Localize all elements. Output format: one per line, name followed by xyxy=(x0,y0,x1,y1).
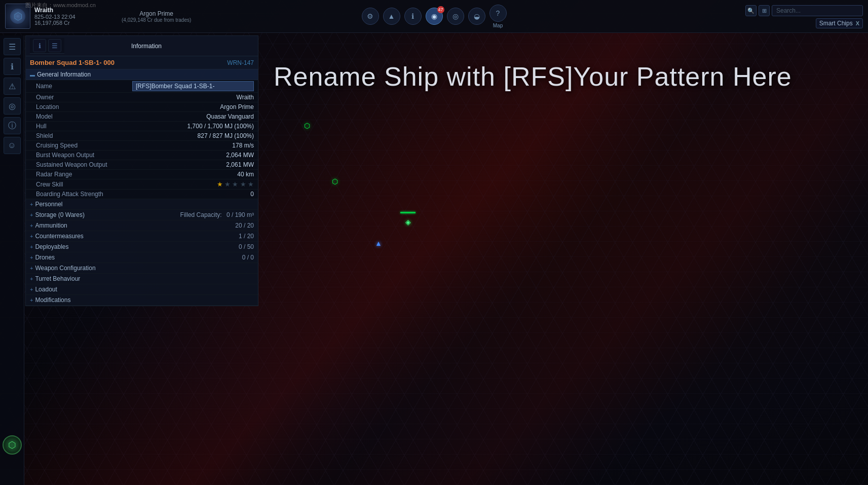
ammunition-row[interactable]: + Ammunition 20 / 20 xyxy=(26,220,258,231)
capacity-value: 0 / 190 m³ xyxy=(227,211,254,218)
search-icon-left[interactable]: 🔍 xyxy=(745,5,757,16)
countermeasures-row[interactable]: + Countermeasures 1 / 20 xyxy=(26,231,258,242)
personnel-toggle: + xyxy=(30,201,33,207)
search-row: 🔍 ⊞ xyxy=(745,5,863,16)
smart-chips-tag: Smart Chips X xyxy=(816,18,863,28)
panel-tabs: ℹ ☰ xyxy=(30,38,64,54)
model-row: Model Quasar Vanguard xyxy=(26,112,258,122)
entity-name: Bomber Squad 1-SB-1- 000 xyxy=(30,59,115,66)
boarding-value: 0 xyxy=(250,191,254,198)
personnel-row[interactable]: + Personnel xyxy=(26,199,258,210)
storage-label: + Storage (0 Wares) xyxy=(30,211,85,218)
sidebar-target-btn[interactable]: ◎ xyxy=(4,97,21,115)
drones-toggle: + xyxy=(30,254,33,260)
storage-capacity: Filled Capacity: 0 / 190 m³ xyxy=(180,211,254,218)
weapon-config-label: + Weapon Configuration xyxy=(30,265,96,272)
shield-label: Shield xyxy=(36,132,53,139)
turret-label: + Turret Behaviour xyxy=(30,275,80,282)
hull-value: 1,700 / 1,700 MJ (100%) xyxy=(187,123,254,130)
info-panel: ℹ ☰ Information Bomber Squad 1-SB-1- 000… xyxy=(25,35,258,306)
location-name: Argon Prime xyxy=(139,10,173,17)
crew-stars: ★ ★ ★ ★ ★ xyxy=(217,180,254,188)
smart-chips-close[interactable]: X xyxy=(856,20,859,26)
burst-label: Burst Weapon Output xyxy=(36,152,94,159)
name-input[interactable] xyxy=(132,81,254,91)
drones-value: 0 / 0 xyxy=(242,254,254,261)
speed-row: Cruising Speed 178 m/s xyxy=(26,141,258,151)
location-info: Argon Prime (4,029,148 Cr due from trade… xyxy=(122,10,191,23)
sidebar-person-btn[interactable]: ☺ xyxy=(4,137,21,154)
location-label: Location xyxy=(36,103,59,110)
map-nav-btn[interactable]: ▲ xyxy=(383,8,400,25)
panel-tab-info[interactable]: ℹ xyxy=(33,39,46,52)
radar-value: 40 km xyxy=(237,171,254,178)
deployables-label: + Deployables xyxy=(30,243,68,250)
boarding-label: Boarding Attack Strength xyxy=(36,191,103,198)
deploy-toggle: + xyxy=(30,244,33,250)
location-value: Argon Prime xyxy=(220,103,254,110)
ammunition-label: + Ammunition xyxy=(30,222,67,229)
crew-row: Crew Skill ★ ★ ★ ★ ★ xyxy=(26,179,258,190)
player-name: Wraith xyxy=(34,7,76,14)
weapon-config-row[interactable]: + Weapon Configuration xyxy=(26,263,258,274)
sustained-value: 2,061 MW xyxy=(226,161,254,168)
sidebar-info-btn[interactable]: ℹ xyxy=(4,58,21,75)
turret-row[interactable]: + Turret Behaviour xyxy=(26,274,258,284)
panel-title: Information xyxy=(131,43,162,50)
counter-toggle: + xyxy=(30,233,33,239)
search-area: 🔍 ⊞ Smart Chips X xyxy=(745,5,863,28)
sidebar-menu-btn[interactable]: ☰ xyxy=(4,38,21,55)
sidebar-alert-btn[interactable]: ⚠ xyxy=(4,78,21,95)
smart-chips-label: Smart Chips xyxy=(819,20,853,27)
left-sidebar: ☰ ℹ ⚠ ◎ ⓘ ☺ xyxy=(0,35,24,485)
panel-tab-list[interactable]: ☰ xyxy=(48,39,61,52)
drones-label: + Drones xyxy=(30,254,55,261)
star-3: ★ xyxy=(232,180,238,188)
info-btn[interactable]: ℹ xyxy=(404,8,422,25)
name-row: Name xyxy=(26,80,258,93)
sustained-row: Sustained Weapon Output 2,061 MW xyxy=(26,160,258,170)
panel-header: ℹ ☰ Information xyxy=(26,36,258,56)
section-label-general: General Information xyxy=(37,71,91,78)
ship-icon-2 xyxy=(332,177,341,186)
map-label: Map xyxy=(493,23,503,28)
modifications-row[interactable]: + Modifications xyxy=(26,295,258,306)
storage-toggle: + xyxy=(30,212,33,218)
countermeasures-label: + Countermeasures xyxy=(30,233,84,240)
sidebar-info2-btn[interactable]: ⓘ xyxy=(4,117,21,134)
player-info: ⬡ Wraith 825-02-13 22:04 16,197,058 Cr xyxy=(0,1,111,31)
entity-id: WRN-147 xyxy=(227,59,254,66)
missions-btn[interactable]: ◒ xyxy=(468,8,485,25)
loadout-toggle: + xyxy=(30,286,33,292)
entity-header: Bomber Squad 1-SB-1- 000 WRN-147 xyxy=(26,56,258,69)
player-date: 825-02-13 22:04 xyxy=(34,14,76,20)
settings-icon-btn[interactable]: ⚙ xyxy=(362,8,379,25)
help-btn[interactable]: ? xyxy=(489,5,507,22)
deployables-row[interactable]: + Deployables 0 / 50 xyxy=(26,242,258,252)
capacity-label: Filled Capacity: xyxy=(180,211,222,218)
search-icon-right[interactable]: ⊞ xyxy=(759,5,770,16)
burst-row: Burst Weapon Output 2,064 MW xyxy=(26,151,258,160)
speed-label: Cruising Speed xyxy=(36,142,78,149)
boarding-row: Boarding Attack Strength 0 xyxy=(26,190,258,199)
player-char-icon: ⬡ xyxy=(3,435,22,455)
objectives-btn[interactable]: ◎ xyxy=(447,8,464,25)
hull-label: Hull xyxy=(36,123,47,130)
turret-toggle: + xyxy=(30,276,33,282)
section-general[interactable]: ▬ General Information xyxy=(26,69,258,80)
search-input[interactable] xyxy=(772,5,863,16)
drones-row[interactable]: + Drones 0 / 0 xyxy=(26,252,258,263)
star-4: ★ xyxy=(240,180,246,188)
speed-value: 178 m/s xyxy=(232,142,254,149)
hull-row: Hull 1,700 / 1,700 MJ (100%) xyxy=(26,122,258,131)
blue-ship-icon: ▲ xyxy=(375,239,382,247)
model-label: Model xyxy=(36,113,53,120)
loadout-row[interactable]: + Loadout xyxy=(26,284,258,295)
crew-label: Crew Skill xyxy=(36,181,63,188)
player-char[interactable]: ⬡ xyxy=(3,435,22,455)
star-5: ★ xyxy=(248,180,254,188)
notification-btn[interactable]: ◉ 47 xyxy=(426,8,443,25)
section-toggle-general: ▬ xyxy=(30,72,35,78)
player-credits: 16,197,058 Cr xyxy=(34,20,76,26)
storage-row[interactable]: + Storage (0 Wares) Filled Capacity: 0 /… xyxy=(26,210,258,220)
